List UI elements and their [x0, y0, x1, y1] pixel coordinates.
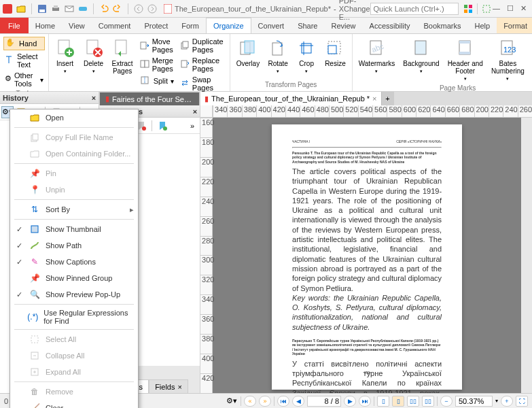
nav-prev-view[interactable]: «	[244, 396, 256, 407]
broom-icon: 🧹	[29, 403, 40, 408]
header-footer-button[interactable]: Header and Footer▾	[445, 37, 486, 83]
bates-button[interactable]: 123Bates Numbering▾	[489, 37, 527, 83]
hand-tool[interactable]: ✋Hand	[3, 37, 45, 50]
split-pages[interactable]: Split ▾	[139, 75, 176, 87]
ctx-copy-name[interactable]: Copy Full File Name	[10, 129, 138, 146]
move-pages[interactable]: Move Pages	[139, 37, 176, 54]
duplicate-pages[interactable]: Duplicate Pages	[179, 37, 226, 54]
ctx-clear[interactable]: 🧹Clear...	[10, 400, 138, 408]
last-page-button[interactable]: ⏭	[359, 396, 371, 407]
extract-button[interactable]: Extract Pages	[109, 37, 136, 76]
zoom-input[interactable]	[455, 396, 493, 407]
bm-add-icon[interactable]	[156, 120, 169, 132]
page-input[interactable]	[307, 396, 341, 407]
replace-icon	[180, 59, 190, 70]
swap-pages[interactable]: Swap Pages	[179, 75, 226, 92]
delete-button[interactable]: Delete▾	[81, 37, 107, 75]
ctx-select-all[interactable]: Select All	[10, 331, 138, 347]
status-options-icon[interactable]: ⚙▾	[226, 395, 238, 407]
menu-share[interactable]: Share	[291, 18, 324, 33]
save-icon[interactable]	[36, 3, 48, 15]
background-button[interactable]: Background▾	[400, 37, 442, 75]
menu-comment[interactable]: Comment	[92, 18, 138, 33]
ui-opt-icon[interactable]	[463, 3, 475, 15]
zoom-out-button[interactable]: −	[440, 396, 453, 407]
menu-home[interactable]: Home	[29, 18, 62, 33]
ctx-show-pinned[interactable]: 📌Show Pinned Group	[10, 270, 138, 286]
zoom-in-button[interactable]: +	[501, 396, 513, 407]
ctx-show-thumb[interactable]: ✓Show Thumbnail	[10, 221, 138, 237]
close-button[interactable]: ✕	[520, 4, 527, 13]
ctx-show-captions[interactable]: ✓✎Show Captions	[10, 254, 138, 270]
tab-close-icon[interactable]: ×	[177, 383, 181, 391]
menu-protect[interactable]: Protect	[137, 18, 175, 33]
tab-fields[interactable]: Fields×	[149, 379, 188, 393]
doc-tab-active[interactable]: ▮The_European_tour_of_the_Ukrainian_Repu…	[200, 92, 381, 105]
scan-icon[interactable]	[77, 3, 89, 15]
fit-page-icon[interactable]: ⛶	[516, 396, 528, 407]
tab-close-icon[interactable]: ×	[372, 95, 376, 103]
zoom-dropdown-icon[interactable]: ▾	[495, 398, 498, 404]
ctx-expand-all[interactable]: Expand All	[10, 364, 138, 380]
crop-button[interactable]: Crop▾	[294, 37, 319, 75]
bm-chevron-icon[interactable]: »	[186, 120, 198, 132]
menu-organize[interactable]: Organize	[206, 18, 251, 33]
maximize-toggle-icon[interactable]	[480, 3, 493, 15]
ctx-use-regex[interactable]: (.*)Use Regular Expressions for Find	[10, 306, 138, 328]
next-page-button[interactable]: ▶	[344, 396, 356, 407]
first-page-button[interactable]: ⏮	[277, 396, 289, 407]
undo-icon[interactable]	[98, 3, 110, 15]
svg-rect-22	[145, 61, 149, 67]
single-page-icon[interactable]: ▯	[377, 396, 389, 407]
ctx-open-folder[interactable]: Open Containing Folder...	[10, 146, 138, 162]
doc-tab-fairies-mini[interactable]: ▮Fairies of the Four Seasons 3_Optimized…	[99, 92, 200, 105]
insert-button[interactable]: Insert▾	[52, 37, 78, 75]
menu-bookmarks[interactable]: Bookmarks	[416, 18, 467, 33]
select-text-tool[interactable]: Select Text	[3, 52, 45, 69]
rotate-button[interactable]: Rotate▾	[265, 37, 291, 75]
menu-help[interactable]: Help	[468, 18, 497, 33]
nav-back-icon[interactable]	[132, 3, 145, 15]
ctx-open[interactable]: Open	[10, 109, 138, 126]
two-continuous-icon[interactable]: ▯▯	[422, 396, 434, 407]
email-icon[interactable]	[63, 3, 75, 15]
menu-file[interactable]: File	[0, 18, 29, 33]
app-icon[interactable]	[1, 3, 14, 15]
other-tools[interactable]: ⚙Other Tools ▾	[3, 71, 45, 88]
menu-view[interactable]: View	[62, 18, 92, 33]
nav-fwd-icon[interactable]	[146, 3, 158, 15]
scroll-vertical[interactable]	[521, 118, 532, 393]
nav-next-view[interactable]: »	[259, 396, 271, 407]
replace-pages[interactable]: Replace Pages	[179, 56, 226, 73]
watermarks-button[interactable]: abcWatermarks▾	[356, 37, 398, 75]
open-icon[interactable]	[15, 3, 27, 15]
continuous-icon[interactable]: ▯	[392, 396, 404, 407]
ctx-show-preview[interactable]: ✓🔍Show Preview Pop-Up	[10, 286, 138, 303]
quick-launch-input[interactable]	[370, 3, 459, 15]
maximize-button[interactable]: ☐	[507, 4, 514, 13]
page-wrap[interactable]: ЧАСТИНА IСЕРІЯ «ІСТОРИЧНІ НАУКИ» Peresun…	[213, 118, 521, 393]
redo-icon[interactable]	[111, 3, 124, 15]
two-page-icon[interactable]: ▯▯	[407, 396, 419, 407]
ctx-unpin[interactable]: 📍Unpin	[10, 182, 138, 198]
prev-page-button[interactable]: ◀	[292, 396, 304, 407]
menu-form[interactable]: Form	[175, 18, 206, 33]
merge-pages[interactable]: Merge Pages	[139, 56, 176, 73]
group-label-transform: Transform Pages	[234, 80, 349, 90]
bookmarks-close-icon[interactable]: ×	[193, 107, 197, 116]
ctx-collapse-all[interactable]: Collapse All	[10, 347, 138, 364]
menu-review[interactable]: Review	[324, 18, 362, 33]
new-tab-button[interactable]: +	[382, 92, 394, 105]
menu-convert[interactable]: Convert	[251, 18, 291, 33]
resize-button[interactable]: Resize	[322, 37, 349, 69]
ctx-show-path[interactable]: ✓Show Path	[10, 237, 138, 254]
menu-format[interactable]: Format	[497, 18, 532, 33]
overlay-button[interactable]: Overlay	[234, 37, 262, 69]
menu-accessibility[interactable]: Accessibility	[363, 18, 417, 33]
minimize-button[interactable]: —	[493, 4, 500, 13]
print-icon[interactable]	[50, 3, 62, 15]
history-close-icon[interactable]: ×	[92, 94, 96, 102]
ctx-sort-by[interactable]: ⇅Sort By▸	[10, 201, 138, 218]
ctx-remove[interactable]: 🗑Remove	[10, 384, 138, 400]
ctx-pin[interactable]: 📌Pin	[10, 165, 138, 182]
